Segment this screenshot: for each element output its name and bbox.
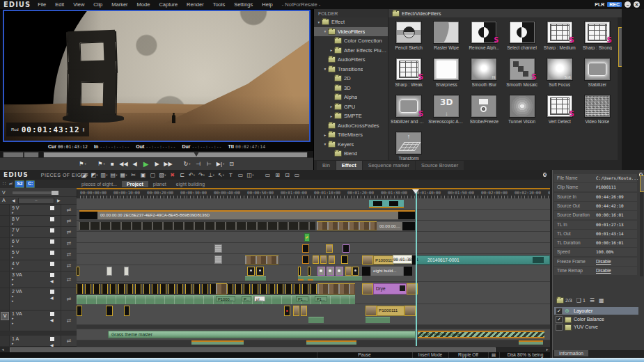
effect-tile-video-noise[interactable]: Video Noise (579, 93, 616, 130)
clip-filmY[interactable] (227, 283, 317, 294)
track-header-1-a[interactable]: 1 A▸◀⇄ (0, 336, 77, 347)
effect-enable-checkbox[interactable]: ✓ (556, 308, 563, 315)
tab-effect[interactable]: Effect (336, 161, 362, 170)
clip-bordY[interactable] (106, 306, 113, 316)
sequence-tab-eight-building[interactable]: eight building (171, 181, 210, 187)
shuttle-bar[interactable] (0, 151, 313, 157)
detail-view-icon[interactable]: ▦ (599, 297, 604, 304)
clip-p1[interactable]: P1... (296, 296, 308, 301)
clip-00-00-00-00-2ec6e237-4ef2-49ca-8e45-b69b39d8136d[interactable]: 00.00.00.00 2EC6E237-4EF2-49CA-8E45-B69B… (79, 210, 415, 219)
clip-doc[interactable] (124, 267, 129, 276)
title-tool-icon[interactable]: T (226, 171, 235, 179)
expand-track-icon[interactable]: ▸ (12, 210, 14, 214)
clip-thumb[interactable] (313, 255, 319, 264)
expand-track-icon[interactable]: ▸ (12, 255, 14, 259)
next-icon[interactable]: ▶ (57, 198, 61, 203)
tree-item-titlemixers[interactable]: ▸TitleMixers (314, 130, 388, 140)
effect-tile-smooth-mosaic[interactable]: SSmooth Mosaic (503, 56, 541, 93)
open-project-icon[interactable]: ▥▾ (100, 171, 109, 179)
clip-filmsand[interactable] (216, 283, 227, 294)
timeline-edit-mode-icon[interactable]: ◪▾ (80, 171, 89, 179)
sequence-tab-planet[interactable]: planet (148, 181, 171, 187)
set-out-point-button[interactable]: ⊢ (205, 159, 214, 168)
speaker-icon[interactable]: ◀ (50, 317, 54, 322)
timeline-horizontal-scrollbar[interactable]: ◂ ▸ (0, 347, 550, 352)
clip-p[interactable]: P... (242, 296, 251, 301)
track-enable-button[interactable] (50, 312, 54, 316)
track-header-6-v[interactable]: 6 V▸⇄ (0, 238, 77, 249)
sync-lock-icon[interactable]: ⇄ (61, 205, 77, 215)
tree-expand-icon[interactable]: ▾ (316, 20, 322, 24)
menu-mode[interactable]: Mode (137, 1, 150, 8)
effect-enable-checkbox[interactable]: ✓ (556, 316, 563, 323)
tree-expand-icon[interactable]: ▾ (322, 29, 328, 33)
position-slider-thumb[interactable] (194, 152, 199, 157)
clip-bordP[interactable] (343, 244, 350, 253)
expand-track-icon[interactable]: ▸ (12, 341, 14, 345)
capture-panel-icon[interactable]: ⊡ (283, 171, 292, 179)
clip-bordPthumb[interactable] (317, 267, 325, 276)
effect-tile-select-channel[interactable]: Select channel (503, 19, 541, 56)
waveform-icon[interactable]: ▭ (236, 171, 245, 179)
sync-lock-icon[interactable]: ⇄ (61, 310, 77, 331)
delete-icon[interactable]: ✖ (168, 171, 177, 179)
clip-p1000111[interactable]: P1000111 (373, 255, 394, 265)
match-frame-icon[interactable]: ⊥▾ (207, 171, 216, 179)
set-clip-marker-button[interactable]: ⚑▾ (78, 159, 87, 168)
clip-grass-theme-master[interactable]: Grass theme master (418, 331, 544, 338)
info-value[interactable]: Disable (596, 258, 611, 266)
clip-filmdark[interactable] (79, 221, 315, 230)
clip-thumb[interactable] (405, 306, 416, 316)
clip-stack[interactable] (214, 244, 222, 253)
menu-tools[interactable]: Tools (213, 1, 226, 8)
tree-item-alpha[interactable]: Alpha (314, 93, 388, 102)
clip-bordPthumb[interactable] (336, 267, 343, 276)
menu-render[interactable]: Render (187, 1, 204, 8)
track-height-slider[interactable] (13, 191, 56, 194)
tree-item-blend[interactable]: Blend (314, 149, 388, 159)
tree-item-color-correction[interactable]: Color Correction (314, 36, 388, 46)
track-header-9-v[interactable]: 9 V▸⇄ (0, 205, 77, 216)
clip-agreen[interactable] (308, 317, 324, 323)
expand-track-icon[interactable]: ▸ (12, 233, 14, 237)
clip-thumb[interactable] (301, 306, 307, 316)
effect-tile-stabilizer-and-rollin[interactable]: SStabilizer and Rollin... (390, 93, 427, 130)
effect-tile-sharp-strong[interactable]: SSharp : Strong (579, 19, 616, 56)
sync-lock-icon[interactable]: ⇄ (61, 238, 77, 249)
clip-greensmall[interactable] (304, 233, 310, 242)
select-tool-icon[interactable]: ↖▾ (217, 171, 226, 179)
clip-p1[interactable]: P1... (315, 296, 327, 301)
track-header-4-v[interactable]: 4 V▸⇄ (0, 260, 77, 272)
tree-item-audiocrossfades[interactable]: AudioCrossFades (314, 121, 388, 131)
tree-expand-icon[interactable]: ▸ (329, 48, 334, 52)
clip-drye[interactable]: Drye (373, 283, 407, 294)
expand-track-icon[interactable]: ▸ (12, 294, 14, 298)
clip-filmY[interactable] (77, 283, 216, 294)
playhead-line[interactable] (416, 189, 417, 346)
tree-item-3d[interactable]: 3D (314, 84, 388, 93)
effect-tile-sharpness[interactable]: Sharpness (427, 56, 465, 93)
clip-doc[interactable] (107, 267, 112, 276)
clip-thumbD[interactable] (247, 267, 255, 276)
clip-ostrip[interactable] (191, 340, 244, 345)
speaker-icon[interactable]: ◀ (50, 295, 54, 300)
tree-item-effect[interactable]: ▾Effect (314, 17, 388, 27)
menu-settings[interactable]: Settings (234, 1, 253, 8)
cut-icon[interactable]: ✂ (129, 171, 138, 179)
track-mode-icon[interactable]: ∷ (2, 181, 6, 187)
copy-icon[interactable]: ▣ (139, 171, 148, 179)
effect-tile-tunnel-vision[interactable]: Tunnel Vision (503, 93, 541, 130)
menu-marker[interactable]: Marker (111, 1, 127, 8)
effect-tile-pencil-sketch[interactable]: Pencil Sketch (390, 19, 427, 56)
next-frame-button[interactable]: ▶ (152, 159, 162, 168)
video-preview[interactable]: Rcd 00:01:43:12 ‖ (3, 10, 311, 142)
tab-source-browser[interactable]: Source Browser (416, 161, 464, 170)
timeline-clips-area[interactable]: 00.00.00.00 2EC6E237-4EF2-49CA-8E45-B69B… (77, 198, 550, 347)
effect-tile-stereoscopic-adjuster[interactable]: Stereoscopic Adjuster (427, 93, 465, 130)
track-header-3-va[interactable]: 3 VA▸◀▸⇄ (0, 272, 77, 288)
panel-1-icon[interactable]: ▭ (263, 171, 272, 179)
effect-tile-sharp-weak[interactable]: SSharp : Weak (390, 56, 427, 93)
prev-frame-button[interactable]: ◀ (130, 159, 139, 168)
tree-item-transitions[interactable]: ▾Transitions (314, 65, 388, 74)
applied-effect-color-balance[interactable]: ✓Color Balance (554, 315, 638, 323)
